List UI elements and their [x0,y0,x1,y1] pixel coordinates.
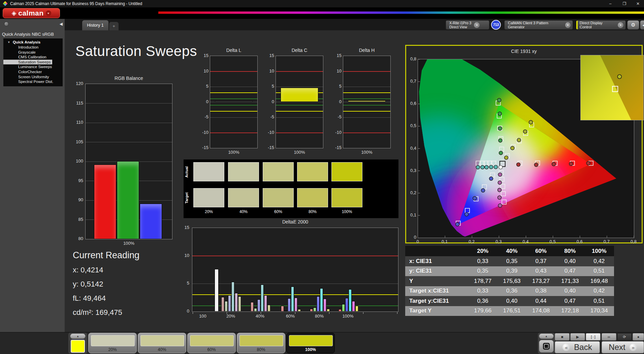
sidebar-item-grayscale[interactable]: Grayscale [3,50,63,55]
display-dropdown-icon[interactable]: ▼ [618,22,623,28]
y-tick-label: -10 [198,130,208,135]
table-cell: 0,38 [526,288,555,294]
deltae-bar-100%-2 [345,298,348,312]
display-control-button[interactable]: Direct Display Control ▼ [576,20,626,30]
target-swatch-80% [297,188,328,207]
table-cell: 0,33 [468,288,497,294]
axis-tick [227,312,227,314]
deltae-bar-60%-4 [294,298,297,312]
reading-x: x: 0,4214 [73,266,103,274]
sidebar-collapse-icon[interactable]: ◀ [60,22,63,26]
stop-button[interactable]: ■ [555,333,570,341]
meter-select-button[interactable]: X-Rite i1Pro 3 Direct View ▼ [446,20,489,30]
back-button[interactable]: « Back [555,341,600,353]
maximize-button[interactable]: ❐ [618,0,631,7]
tab-history-1[interactable]: History 1 [82,20,108,30]
marker-mode-button[interactable]: [··] [586,333,601,341]
deltae-bar-60%-1 [284,311,287,312]
sidebar-item-cms-calibration[interactable]: CMS Calibration [3,55,63,60]
pattern-swatch-button-20%[interactable]: 20% [88,333,137,353]
reference-line [210,71,257,72]
y-tick-label: 10 [179,253,189,258]
pattern-dropdown-icon[interactable]: ▼ [565,22,571,28]
back-label: Back [574,343,592,352]
sidebar-item-saturation-sweeps[interactable]: Saturation Sweeps [3,60,52,65]
table-cell: 0,51 [585,298,614,304]
measured-point-red [569,162,573,166]
axis-tick [261,312,261,314]
cie-x-tick-label: 0,4 [521,239,530,244]
deltae-group-label: 20% [217,314,244,319]
meter-dropdown-icon[interactable]: ▼ [474,22,480,28]
stop-pattern-button[interactable] [539,340,554,353]
transport-up-button[interactable]: ▲ [539,333,554,339]
cie-x-tick-label: 0,3 [494,239,503,244]
minimize-button[interactable]: – [604,0,617,7]
sidebar-item-luminance-sweeps[interactable]: Luminance Sweeps [3,64,63,69]
patch-panel-up-button[interactable]: ▲ [70,333,86,339]
tree-expander-icon[interactable]: ▾ [8,40,10,45]
table-header-cell: 80% [555,248,584,255]
table-row-label: x: CIE31 [405,258,468,265]
pattern-generator-button[interactable]: CalMAN Client 3 Pattern Generator ▼ [504,20,573,30]
loop-button[interactable]: ∞ [602,333,616,341]
gridline [343,117,390,118]
calman-menu-button[interactable]: ◈ calman ▾ [3,8,60,18]
axis-tick [295,312,295,314]
sync-button[interactable]: ⟳ [617,333,632,341]
measured-point-red [552,162,556,166]
cie-y-tick-label: 0,5 [407,123,416,128]
deltae-group-label: 100% [334,314,361,319]
actual-swatch-20% [193,162,224,181]
measured-point-magenta [498,188,502,192]
reference-line [192,294,398,295]
delta-c-x-label: 100% [276,150,323,155]
sidebar-item-spectral-power-dist-[interactable]: Spectral Power Dist. [3,79,63,84]
deltae-bar-60%-2 [288,298,291,312]
play-button[interactable]: ▶ [570,333,585,341]
cie-zoom-inset [580,55,644,120]
meter-count-badge[interactable]: 713 [491,20,501,30]
meter-status-strip [446,21,447,29]
add-tab-button[interactable]: + [109,22,119,30]
sidebar-item-screen-uniformity[interactable]: Screen Uniformity [3,75,63,80]
next-button[interactable]: Next » [602,341,644,353]
white-point-measured [499,166,503,169]
calman-window: Calman 2025 Calman Ultimate for Business… [0,0,644,354]
close-button[interactable]: ✕ [631,0,644,7]
deltae-bar-80%-5 [327,309,330,312]
settings-button[interactable]: ⚙ [627,20,639,30]
pattern-swatch-button-40%[interactable]: 40% [138,333,186,353]
deltae-bar-80%-3 [320,288,323,312]
deltae-bar-20%-2 [228,295,231,312]
deltae-bar-60%-5 [298,309,301,312]
chevron-right-icon: » [630,344,637,351]
table-cell: 174,08 [526,307,555,314]
pattern-swatch-button-80%[interactable]: 80% [237,333,285,353]
y-tick-label: -5 [264,114,274,119]
record-button[interactable]: ● [633,333,644,341]
y-tick-label: 15 [198,53,208,58]
table-cell: 0,33 [468,258,497,265]
actual-swatch-100% [331,162,362,181]
workflow-dot-button[interactable] [4,22,9,26]
swatch-row-label-target: Target [185,192,189,203]
tree-root[interactable]: ▾ Quick Analysis [3,40,63,45]
pattern-swatch-button-60%[interactable]: 60% [187,333,236,353]
pattern-swatch-button-100%[interactable]: 100% [286,333,335,353]
measured-point-green [498,112,502,116]
deltae-bar-60%-3 [291,287,294,312]
measurement-table: 20%40%60%80%100%x: CIE310,330,350,370,40… [405,246,614,316]
measured-point-cyan [489,165,493,169]
deltae-bar-40%-3 [261,285,264,312]
logo-dropdown-icon[interactable]: ▾ [46,10,51,16]
sidebar-item-colorchecker[interactable]: ColorChecker [3,69,63,75]
table-cell: 176,51 [497,307,526,314]
gridline [192,284,398,284]
y-tick-label: 0 [264,99,274,104]
panel-collapse-icon: ◀ [642,23,644,27]
panel-collapse-button[interactable]: ◀ [640,20,644,30]
sidebar-item-introduction[interactable]: Introduction [3,45,63,50]
tab-bar: ◀ History 1 + X-Rite i1Pro 3 Direct View… [0,19,644,30]
measured-point-blue [465,212,469,216]
